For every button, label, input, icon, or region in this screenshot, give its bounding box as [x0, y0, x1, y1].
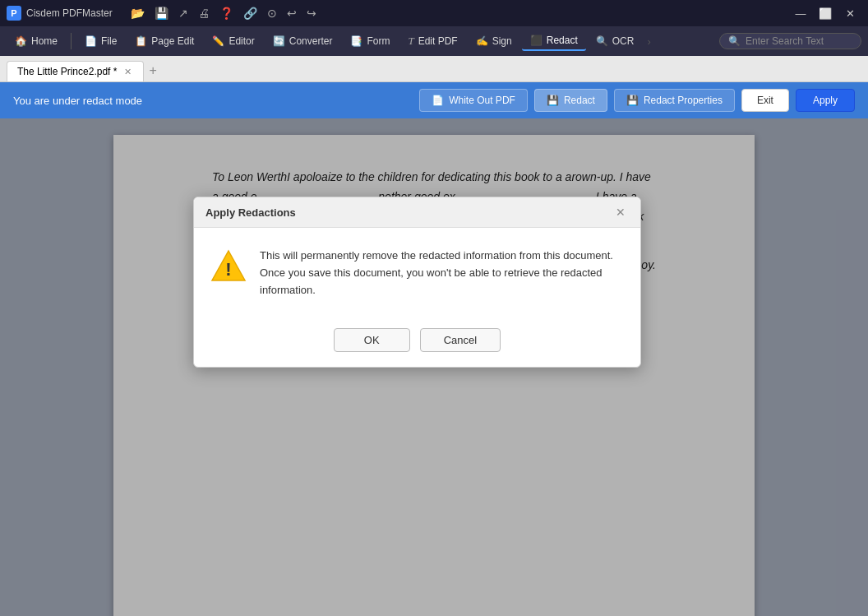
dialog-close-button[interactable]: ✕ — [612, 204, 629, 220]
dialog-message: This will permanently remove the redacte… — [260, 248, 624, 299]
menu-item-redact[interactable]: ⬛ Redact — [522, 31, 586, 51]
open-icon[interactable]: 📂 — [127, 5, 148, 21]
redact-button[interactable]: 💾 Redact — [534, 89, 607, 112]
editor-icon: ✏️ — [212, 35, 224, 47]
menu-item-ocr[interactable]: 🔍 OCR — [588, 32, 643, 50]
white-out-icon: 📄 — [432, 95, 444, 106]
redact-toolbar: You are under redact mode 📄 White Out PD… — [0, 82, 868, 118]
cancel-button[interactable]: Cancel — [420, 328, 501, 352]
apply-redactions-dialog: Apply Redactions ✕ ! This will permanent… — [193, 197, 641, 368]
edit-pdf-icon: T — [408, 35, 413, 48]
help-icon[interactable]: ❓ — [216, 5, 237, 21]
redact-properties-icon: 💾 — [626, 95, 639, 106]
form-icon: 📑 — [350, 35, 362, 47]
menu-item-converter[interactable]: 🔄 Converter — [265, 32, 341, 50]
menu-item-home[interactable]: 🏠 Home — [7, 32, 66, 50]
menu-separator-1 — [71, 33, 72, 49]
dialog-body: ! This will permanently remove the redac… — [194, 228, 640, 318]
search-box[interactable]: 🔍 — [719, 33, 861, 49]
menu-item-sign[interactable]: ✍️ Sign — [468, 32, 520, 50]
minimize-button[interactable]: — — [789, 4, 812, 22]
ocr-icon: 🔍 — [596, 35, 608, 47]
dialog-title: Apply Redactions — [205, 206, 296, 219]
exit-button[interactable]: Exit — [741, 89, 789, 112]
save-icon[interactable]: 💾 — [151, 5, 172, 21]
white-out-pdf-button[interactable]: 📄 White Out PDF — [419, 89, 528, 112]
redact-mode-label: You are under redact mode — [13, 95, 413, 107]
redact-tool-icon: 💾 — [547, 95, 559, 106]
search-icon: 🔍 — [728, 35, 741, 47]
share-icon[interactable]: ↗ — [175, 5, 192, 21]
redo-icon[interactable]: ↪ — [303, 5, 320, 21]
tab-label: The Little Prince2.pdf * — [17, 66, 117, 77]
menu-item-form[interactable]: 📑 Form — [342, 32, 398, 50]
menu-item-page-edit[interactable]: 📋 Page Edit — [127, 32, 202, 50]
search-input[interactable] — [746, 35, 852, 47]
document-tab[interactable]: The Little Prince2.pdf * ✕ — [7, 61, 144, 81]
add-tab-button[interactable]: + — [144, 60, 161, 81]
converter-icon: 🔄 — [273, 35, 285, 47]
apply-button[interactable]: Apply — [796, 89, 855, 112]
app-icon: P — [7, 6, 21, 21]
document-area: To Leon WerthI apoloaize to the children… — [0, 118, 868, 616]
menu-bar: 🏠 Home 📄 File 📋 Page Edit ✏️ Editor 🔄 Co… — [0, 26, 868, 56]
dialog-title-bar: Apply Redactions ✕ — [194, 197, 640, 228]
app-title: Cisdem PDFMaster — [26, 7, 113, 19]
print-icon[interactable]: 🖨 — [195, 5, 213, 21]
undo-icon[interactable]: ↩ — [284, 5, 300, 21]
settings-icon[interactable]: ⊙ — [264, 5, 280, 21]
title-bar-actions: — ⬜ ✕ — [789, 4, 861, 22]
file-icon: 📄 — [85, 35, 97, 47]
tab-bar: The Little Prince2.pdf * ✕ + — [0, 56, 868, 82]
dialog-footer: OK Cancel — [194, 318, 640, 367]
toolbar-icons: 📂 💾 ↗ 🖨 ❓ 🔗 ⊙ ↩ ↪ — [127, 5, 320, 21]
title-bar: P Cisdem PDFMaster 📂 💾 ↗ 🖨 ❓ 🔗 ⊙ ↩ ↪ — ⬜… — [0, 0, 868, 26]
redact-properties-button[interactable]: 💾 Redact Properties — [614, 89, 735, 112]
warning-icon: ! — [210, 248, 247, 284]
page-edit-icon: 📋 — [135, 35, 147, 47]
link-icon[interactable]: 🔗 — [240, 5, 261, 21]
menu-item-file[interactable]: 📄 File — [76, 32, 125, 50]
ok-button[interactable]: OK — [334, 328, 410, 352]
menu-item-editor[interactable]: ✏️ Editor — [204, 32, 262, 50]
svg-text:!: ! — [225, 259, 231, 280]
menu-item-edit-pdf[interactable]: T Edit PDF — [399, 31, 465, 51]
close-button[interactable]: ✕ — [838, 4, 861, 22]
home-icon: 🏠 — [15, 35, 27, 47]
maximize-button[interactable]: ⬜ — [814, 4, 837, 22]
title-bar-left: P Cisdem PDFMaster 📂 💾 ↗ 🖨 ❓ 🔗 ⊙ ↩ ↪ — [7, 5, 320, 21]
redact-icon: ⬛ — [530, 35, 542, 46]
sign-icon: ✍️ — [476, 35, 488, 47]
more-indicator: › — [644, 35, 653, 48]
close-tab-button[interactable]: ✕ — [122, 66, 133, 77]
